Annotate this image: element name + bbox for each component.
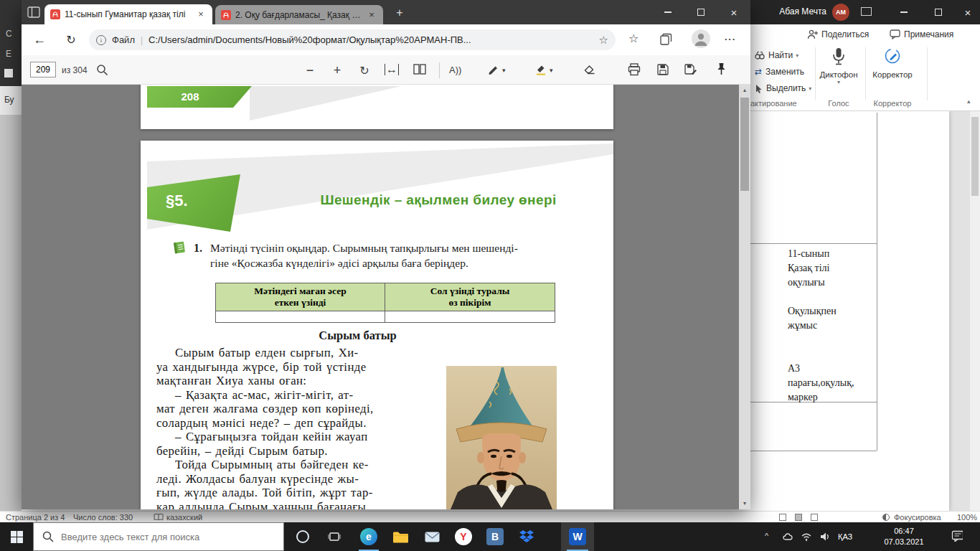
word-table-cell-text[interactable]: 11-сынып Қазақ тілі оқулығы Оқулықпен жұ…	[788, 247, 874, 405]
status-word-count[interactable]: Число слов: 330	[73, 513, 133, 522]
page-view-icon[interactable]	[413, 64, 426, 75]
print-icon[interactable]	[628, 63, 641, 76]
network-wifi-icon[interactable]	[801, 531, 812, 542]
back-icon[interactable]: ←	[30, 30, 49, 49]
taskbar-yandex[interactable]: Y	[448, 522, 479, 551]
ribbon-display-options-icon[interactable]	[861, 7, 872, 16]
tab-active[interactable]: 11-сынып Гуманитар қазақ тілі ×	[44, 4, 212, 24]
taskbar-edge[interactable]: e	[353, 522, 385, 551]
address-bar[interactable]: i Файл | C:/Users/admin/Documents/Новый%…	[89, 29, 616, 50]
rotate-icon[interactable]: ↻	[356, 62, 373, 79]
background-fragment: Бу	[4, 95, 14, 105]
onedrive-cloud-icon[interactable]	[782, 531, 793, 542]
edge-maximize-button[interactable]	[684, 0, 717, 24]
task-view-button[interactable]	[319, 522, 350, 551]
highlight-caret-icon[interactable]: ▾	[550, 67, 553, 74]
tray-clock[interactable]: 06:47 07.03.2021	[870, 526, 938, 547]
draw-pen-icon[interactable]	[488, 64, 499, 75]
edge-close-button[interactable]: ×	[717, 0, 750, 24]
taskbar-dropbox[interactable]	[511, 522, 542, 551]
edge-icon: e	[360, 528, 377, 545]
ribbon-separator	[815, 47, 816, 100]
dictate-button[interactable]: Диктофон ▾	[816, 47, 861, 85]
pdf-content-area[interactable]: 208 §5. Шешендік – ақылмен билеу өнері 1…	[22, 85, 750, 509]
ribbon-collapse-icon[interactable]: ▴	[967, 98, 971, 105]
address-url[interactable]: C:/Users/admin/Documents/Новый%20формат/…	[149, 34, 598, 45]
taskbar-search[interactable]	[33, 522, 284, 551]
page-total-label: из 304	[62, 65, 88, 75]
new-tab-button[interactable]: +	[392, 5, 407, 21]
windows-logo-icon	[11, 531, 23, 543]
taskbar-file-explorer[interactable]	[385, 522, 416, 551]
tab-close-icon[interactable]: ×	[195, 9, 207, 20]
word-minimize-button[interactable]	[888, 0, 920, 24]
settings-more-icon[interactable]: ···	[725, 34, 736, 44]
save-icon[interactable]	[657, 64, 669, 75]
tray-show-hidden-icon[interactable]: ^	[765, 532, 768, 540]
scroll-down-icon[interactable]: ▾	[739, 498, 750, 509]
dropbox-icon	[519, 529, 534, 544]
zoom-in-icon[interactable]: +	[329, 62, 346, 79]
tab-inactive[interactable]: 2. Оқу бағдарламасы_ Қазақ тіл ×	[215, 5, 383, 24]
page-footer-gray-wedge	[250, 86, 402, 121]
zoom-out-icon[interactable]: −	[301, 62, 319, 79]
volume-icon[interactable]	[819, 531, 831, 542]
taskbar-mail[interactable]	[416, 522, 448, 551]
share-button[interactable]: Поделиться	[807, 27, 869, 42]
action-center-icon[interactable]	[951, 530, 963, 542]
pin-toolbar-icon[interactable]	[716, 62, 727, 76]
scroll-up-icon[interactable]: ▴	[739, 85, 750, 96]
highlighter-icon[interactable]	[535, 63, 547, 75]
lesson-title: Шешендік – ақылмен билеу өнері	[270, 192, 607, 208]
table-cell-empty	[215, 311, 385, 323]
taskbar-word-active[interactable]: W	[561, 522, 594, 551]
status-focus[interactable]: Фокусировка	[894, 513, 941, 522]
eraser-icon[interactable]	[584, 65, 596, 75]
edge-nav-bar: ← ↻ i Файл | C:/Users/admin/Documents/Но…	[22, 24, 750, 55]
pdf-scrollbar-track[interactable]: ▴ ▾	[739, 85, 750, 509]
select-caret-icon: ▾	[809, 85, 811, 92]
add-favorite-star-icon[interactable]: ☆	[599, 34, 608, 47]
view-web-layout-icon[interactable]	[811, 514, 818, 521]
save-as-icon[interactable]	[684, 64, 697, 75]
search-input[interactable]	[61, 532, 275, 542]
word-scrollbar-track[interactable]	[970, 111, 980, 511]
vertical-tabs-icon[interactable]	[27, 6, 40, 18]
view-read-mode-icon[interactable]	[779, 514, 786, 521]
start-button[interactable]	[0, 522, 33, 551]
address-separator: |	[141, 35, 143, 45]
read-aloud-icon[interactable]: A))	[449, 65, 461, 75]
info-icon[interactable]: i	[96, 35, 106, 45]
collections-icon[interactable]	[660, 33, 672, 45]
tray-date: 07.03.2021	[870, 537, 938, 547]
search-icon[interactable]	[96, 64, 108, 76]
pdf-scrollbar-thumb[interactable]	[740, 98, 749, 191]
word-scrollbar-thumb[interactable]	[971, 117, 979, 196]
view-print-layout-icon[interactable]	[795, 514, 802, 521]
fit-width-icon[interactable]: ↔	[385, 64, 399, 75]
comments-button[interactable]: Примечания	[890, 27, 953, 42]
edge-minimize-button[interactable]	[651, 0, 684, 24]
refresh-icon[interactable]: ↻	[62, 31, 80, 50]
cortana-button[interactable]	[287, 522, 319, 551]
select-button[interactable]: Выделить ▾	[755, 82, 811, 95]
profile-avatar[interactable]	[692, 29, 710, 48]
section-number: §5.	[166, 192, 188, 210]
word-close-button[interactable]: ×	[956, 0, 980, 24]
table-border-vertical	[877, 113, 877, 451]
tab-close-icon[interactable]: ×	[366, 9, 377, 21]
background-fragment: Е	[6, 49, 11, 59]
word-restore-button[interactable]	[923, 0, 954, 24]
status-zoom[interactable]: 100%	[957, 513, 977, 522]
status-page[interactable]: Страница 2 из 4	[6, 513, 65, 522]
taskbar-vk[interactable]: B	[479, 522, 511, 551]
favorites-icon[interactable]: ☆	[628, 32, 639, 45]
editor-button[interactable]: Корректор	[867, 47, 918, 79]
tray-language[interactable]: ҚАЗ	[838, 532, 852, 541]
page-number-input[interactable]	[30, 62, 56, 77]
draw-caret-icon[interactable]: ▾	[502, 67, 506, 74]
find-button[interactable]: Найти ▾	[755, 49, 798, 62]
account-avatar[interactable]: АМ	[832, 4, 849, 21]
status-language[interactable]: казахский	[166, 513, 202, 522]
replace-button[interactable]: ⇄ Заменить	[755, 65, 804, 78]
